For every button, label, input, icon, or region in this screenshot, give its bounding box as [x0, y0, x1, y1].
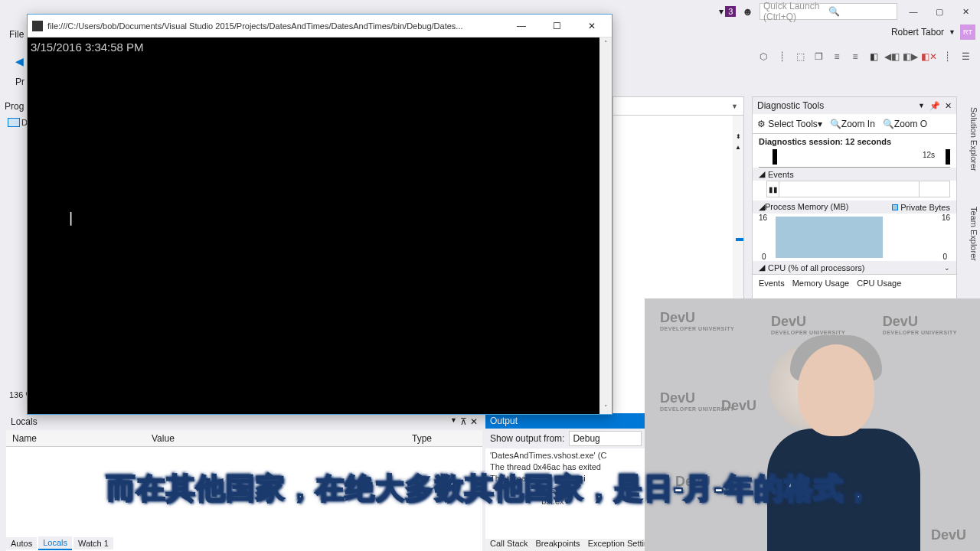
events-segment	[779, 181, 919, 197]
toolbar: ⬡ ┊ ⬚ ❐ ≡ ≡ ◧ ◀◧ ◧▶ ◧✕ ┊ ☰	[756, 46, 972, 67]
output-panel: Output Show output from: Debug 'DatesAnd…	[485, 413, 646, 551]
col-type[interactable]: Type	[412, 433, 482, 444]
flag-icon: ▾	[719, 6, 724, 17]
col-name[interactable]: Name	[6, 433, 152, 444]
quick-launch-input[interactable]: Quick Launch (Ctrl+Q) 🔍	[760, 3, 897, 20]
bookmark-next-icon[interactable]: ◧▶	[903, 50, 917, 64]
gear-icon: ⚙	[757, 119, 766, 129]
session-label: Diagnostics session: 12 seconds	[753, 134, 956, 149]
left-margin: ◀ Pr Prog D	[0, 38, 27, 413]
tab-memory[interactable]: Memory Usage	[792, 279, 850, 288]
indent-right-icon[interactable]: ≡	[848, 50, 862, 64]
close-icon[interactable]: ✕	[470, 416, 478, 427]
back-icon[interactable]: ◀	[15, 55, 24, 67]
tab-locals[interactable]: Locals	[38, 536, 72, 550]
presenter	[752, 329, 928, 551]
copy-icon[interactable]: ❐	[812, 50, 825, 64]
right-vertical-tabs: Solution Explorer Team Explorer	[962, 96, 980, 267]
collapse-icon: ◢	[759, 202, 765, 212]
close-icon[interactable]: ✕	[945, 101, 952, 111]
console-output[interactable]: 3/15/2016 3:34:58 PM ▏ ˄ ˅	[28, 37, 612, 414]
close-button[interactable]: ✕	[956, 4, 975, 19]
zoom-in-button[interactable]: 🔍Zoom In	[830, 119, 875, 129]
legend-swatch	[892, 204, 898, 210]
timeline-ruler[interactable]: 12s	[759, 149, 950, 168]
csharp-file-icon[interactable]	[8, 118, 20, 127]
output-body[interactable]: 'DatesAndTimes.vshost.exe' (C The thread…	[485, 448, 646, 509]
console-close-button[interactable]: ✕	[577, 15, 607, 37]
bookmark-clear-icon[interactable]: ◧✕	[922, 50, 936, 64]
tab-autos[interactable]: Autos	[6, 537, 37, 549]
memory-legend: Private Bytes	[892, 202, 950, 212]
tab-watch1[interactable]: Watch 1	[74, 537, 113, 549]
diagnostic-tools-panel: Diagnostic Tools ▼ 📌 ✕ ⚙ Select Tools▾ 🔍…	[752, 96, 957, 303]
cpu-section-header[interactable]: ◢CPU (% of all processors)⌄	[753, 261, 956, 274]
bookmark-icon[interactable]: ◧	[867, 50, 880, 64]
timeline-start-marker[interactable]	[773, 149, 777, 165]
maximize-button[interactable]: ▢	[929, 4, 949, 19]
separator-icon: ┊	[775, 50, 789, 64]
pause-icon[interactable]: ▮▮	[767, 181, 779, 197]
avatar: RT	[960, 24, 975, 40]
tab-cpu[interactable]: CPU Usage	[857, 279, 901, 288]
search-icon: 🔍	[828, 6, 893, 17]
pin-icon[interactable]: ⊼	[460, 416, 467, 427]
console-scrollbar[interactable]: ˄ ˅	[599, 37, 612, 414]
console-maximize-button[interactable]: ☐	[541, 15, 572, 37]
output-source-select[interactable]: Debug	[569, 431, 642, 446]
bottom-tabs-left: Autos Locals Watch 1	[6, 536, 113, 551]
devu-logo: DevU	[675, 474, 710, 490]
user-account[interactable]: Robert Tabor ▼ RT	[891, 23, 975, 41]
scroll-up-icon[interactable]: ▲	[733, 143, 743, 151]
y-axis-top-left: 16	[759, 214, 767, 222]
feedback-icon[interactable]: ☻	[742, 5, 753, 18]
events-track[interactable]: ▮▮	[766, 181, 950, 197]
bookmark-prev-icon[interactable]: ◀◧	[885, 50, 899, 64]
timeline-label: 12s	[923, 151, 935, 159]
webcam-overlay: DevUDEVELOPER UNIVERSITY DevUDEVELOPER U…	[645, 298, 980, 551]
tab-breakpoints[interactable]: Breakpoints	[533, 537, 583, 549]
chevron-down-icon[interactable]: ▼	[918, 102, 925, 109]
diag-tabs: Events Memory Usage CPU Usage	[753, 274, 956, 291]
tab-solution-explorer[interactable]: Solution Explorer	[962, 101, 980, 178]
pin-icon[interactable]: 📌	[929, 101, 940, 111]
tab-events[interactable]: Events	[759, 279, 785, 288]
console-minimize-button[interactable]: —	[506, 15, 537, 37]
scroll-down-icon[interactable]: ˅	[599, 402, 612, 414]
hex-toggle-icon[interactable]: ⬡	[756, 50, 770, 64]
zoom-out-button[interactable]: 🔍Zoom O	[883, 119, 927, 129]
split-icon[interactable]: ⬍	[733, 132, 743, 140]
y-axis-top-right: 16	[942, 214, 950, 222]
scroll-up-icon[interactable]: ˄	[599, 37, 612, 50]
output-line: bst.ex	[490, 497, 564, 506]
panel-title: Diagnostic Tools	[757, 100, 918, 111]
devu-logo: DevUDEVELOPER UNIVERSITY	[660, 310, 734, 331]
tab-team-explorer[interactable]: Team Explorer	[962, 201, 980, 267]
devu-logo: DevUDEVELOPER UNIVERSITY	[660, 390, 734, 412]
tab-truncated[interactable]: Prog	[5, 101, 24, 112]
minimize-button[interactable]: —	[903, 4, 923, 19]
indent-left-icon[interactable]: ≡	[830, 50, 844, 64]
list-icon[interactable]: ☰	[959, 50, 972, 64]
y-axis-bottom-right: 0	[942, 253, 947, 261]
timeline-end-marker[interactable]	[946, 149, 950, 165]
console-window: file:///C:/Users/bob/Documents/Visual St…	[27, 14, 612, 415]
notification-badge[interactable]: ▾ 3	[719, 6, 736, 17]
tab-callstack[interactable]: Call Stack	[487, 537, 531, 549]
console-path: file:///C:/Users/bob/Documents/Visual St…	[47, 21, 501, 31]
console-titlebar[interactable]: file:///C:/Users/bob/Documents/Visual St…	[28, 15, 612, 37]
panel-title: Locals	[11, 416, 450, 427]
output-line: The thread has exi	[490, 474, 586, 483]
events-section-header[interactable]: ◢Events	[753, 168, 956, 181]
col-value[interactable]: Value	[152, 433, 412, 444]
chevron-down-icon[interactable]: ⌄	[944, 264, 950, 272]
select-tools-button[interactable]: ⚙ Select Tools▾	[757, 119, 822, 129]
memory-chart[interactable]: 16 0 16 0	[759, 214, 950, 261]
chevron-down-icon[interactable]: ▼	[731, 103, 742, 110]
quick-launch-placeholder: Quick Launch (Ctrl+Q)	[763, 1, 828, 22]
step-icon[interactable]: ⬚	[793, 50, 807, 64]
chevron-down-icon[interactable]: ▼	[450, 416, 457, 427]
show-output-label: Show output from:	[490, 433, 564, 444]
memory-section-header[interactable]: ◢Process Memory (MB) Private Bytes	[753, 201, 956, 214]
truncated-text: Pr	[15, 77, 24, 87]
